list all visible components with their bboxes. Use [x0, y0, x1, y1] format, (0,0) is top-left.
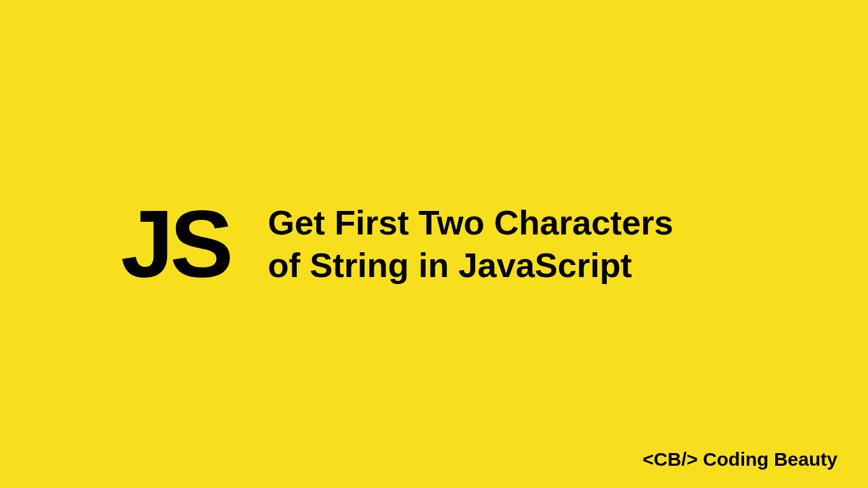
main-content: JS Get First Two Characters of String in…	[121, 196, 674, 292]
site-branding: <CB/> Coding Beauty	[642, 449, 837, 470]
js-logo-badge: JS	[121, 196, 229, 292]
title-line-2: of String in JavaScript	[268, 244, 673, 287]
title-line-1: Get First Two Characters	[268, 201, 673, 245]
article-title: Get First Two Characters of String in Ja…	[268, 201, 673, 287]
